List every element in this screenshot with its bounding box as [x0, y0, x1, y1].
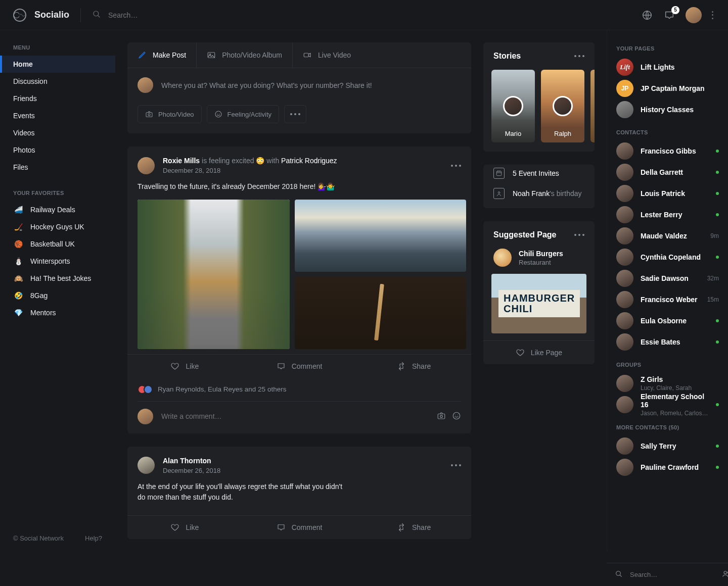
favorite-item[interactable]: 🏀Basketball UK	[0, 235, 115, 253]
composer-tab-album[interactable]: Photo/Video Album	[197, 42, 293, 68]
contact-avatar	[616, 227, 633, 245]
share-label: Share	[412, 523, 431, 531]
event-invites-text: 5 Event Invites	[513, 169, 559, 177]
feed-post: Alan Thornton December 26, 2018 At the e…	[127, 447, 471, 539]
contact-item[interactable]: Pauline Crawford	[616, 457, 719, 478]
post-author-avatar[interactable]	[138, 157, 155, 174]
post-image[interactable]	[138, 200, 290, 349]
contact-item[interactable]: Eula Osborne	[616, 310, 719, 331]
favorites-section-label: YOUR FAVORITES	[0, 176, 115, 201]
reactions-icons	[138, 385, 153, 394]
share-button[interactable]: Share	[356, 355, 471, 378]
sidebar-item-friends[interactable]: Friends	[0, 90, 115, 107]
favorite-item[interactable]: 💎Mentors	[0, 304, 115, 321]
online-dot-icon	[716, 445, 719, 448]
composer-tab-live[interactable]: Live Video	[293, 42, 361, 68]
event-invites-row[interactable]: 5 Event Invites	[493, 168, 584, 179]
birthday-suffix: 's birthday	[550, 189, 581, 198]
sidebar-item-videos[interactable]: Videos	[0, 124, 115, 141]
post-author-name[interactable]: Alan Thornton	[163, 457, 211, 465]
contact-item[interactable]: Lester Berry	[616, 204, 719, 225]
messages-icon[interactable]: 5	[663, 9, 675, 21]
contact-item[interactable]: Essie Bates	[616, 331, 719, 353]
online-dot-icon	[716, 340, 719, 344]
page-item[interactable]: LiftLift Lights	[616, 57, 719, 78]
story-name: Mario	[505, 130, 522, 137]
share-button[interactable]: Share	[356, 516, 471, 539]
suggested-name[interactable]: Chili Burgers	[519, 250, 563, 258]
comment-input[interactable]	[160, 412, 430, 421]
contact-item[interactable]: Louis Patrick	[616, 183, 719, 204]
contact-item[interactable]: Maude Valdez9m	[616, 225, 719, 247]
contact-item[interactable]: Della Garrett	[616, 162, 719, 183]
favorite-item[interactable]: ⛄Wintersports	[0, 253, 115, 270]
stories-card: Stories Mario Ralph	[483, 42, 595, 152]
group-item[interactable]: Elementary School 16Jason, Romelu, Carlo…	[616, 394, 719, 415]
contact-item[interactable]: Sadie Dawson32m	[616, 268, 719, 289]
suggested-more-icon[interactable]	[574, 234, 584, 236]
story-item[interactable]	[590, 70, 595, 142]
post-gallery[interactable]	[138, 200, 461, 349]
sidebar-item-home[interactable]: Home	[0, 56, 115, 73]
brand-logo-icon	[13, 9, 26, 22]
post-more-icon[interactable]	[451, 464, 461, 466]
contact-item[interactable]: Sally Terry	[616, 435, 719, 457]
overflow-menu-icon[interactable]	[712, 11, 714, 19]
like-page-button[interactable]: Like Page	[483, 340, 595, 364]
sidebar-item-events[interactable]: Events	[0, 107, 115, 124]
post-with-name[interactable]: Patrick Rodriguez	[281, 157, 337, 165]
footer-help-link[interactable]: Help?	[85, 534, 102, 542]
post-more-icon[interactable]	[451, 165, 461, 167]
composer-more-button[interactable]	[284, 105, 306, 123]
like-button[interactable]: Like	[127, 355, 242, 378]
favorite-item[interactable]: 🙉Ha! The best Jokes	[0, 270, 115, 287]
svg-rect-8	[438, 414, 445, 419]
favorite-item[interactable]: 🤣8Gag	[0, 287, 115, 304]
story-item[interactable]: Ralph	[541, 70, 584, 142]
contact-item[interactable]: Cynthia Copeland	[616, 247, 719, 268]
birthday-row[interactable]: Noah Frank's birthday	[493, 188, 584, 199]
page-item[interactable]: JPJP Captain Morgan	[616, 78, 719, 99]
contact-avatar	[616, 291, 633, 308]
favorite-label: Hockey Guys UK	[30, 223, 84, 231]
pages-section-label: YOUR PAGES	[616, 36, 719, 57]
composer-prompt[interactable]: Where you at? What are you doing? What's…	[161, 81, 372, 89]
sidebar-item-discussion[interactable]: Discussion	[0, 73, 115, 90]
contact-name: Sadie Dawson	[641, 274, 700, 282]
like-label: Like	[186, 523, 199, 531]
composer-feeling-button[interactable]: Feeling/Activity	[207, 105, 279, 123]
favorite-item[interactable]: 🚄Railway Deals	[0, 201, 115, 218]
composer-photo-button[interactable]: Photo/Video	[138, 105, 202, 123]
suggested-avatar[interactable]	[493, 249, 512, 267]
comment-button[interactable]: Comment	[242, 355, 357, 378]
contact-item[interactable]: Francisco Gibbs	[616, 140, 719, 162]
globe-icon[interactable]	[641, 9, 653, 21]
story-item[interactable]: Mario	[491, 70, 535, 142]
contact-avatar	[616, 185, 633, 202]
contact-avatar	[616, 312, 633, 329]
composer-tab-make-post[interactable]: Make Post	[127, 42, 197, 68]
camera-icon[interactable]	[437, 411, 446, 422]
feed-post: Roxie Mills is feeling excited 😳 with Pa…	[127, 146, 471, 433]
person-icon	[493, 188, 505, 199]
likes-summary[interactable]: Ryan Reynolds, Eula Reyes and 25 others	[158, 385, 286, 393]
sidebar-item-photos[interactable]: Photos	[0, 141, 115, 159]
favorite-item[interactable]: 🏒Hockey Guys UK	[0, 218, 115, 235]
post-author-avatar[interactable]	[138, 457, 155, 474]
post-image[interactable]	[295, 200, 466, 272]
comment-button[interactable]: Comment	[242, 516, 357, 539]
post-author-name[interactable]: Roxie Mills	[163, 157, 200, 165]
online-dot-icon	[716, 150, 719, 153]
contact-name: Maude Valdez	[641, 232, 703, 240]
contact-item[interactable]: Francisco Weber15m	[616, 289, 719, 310]
stories-more-icon[interactable]	[574, 55, 584, 57]
emoji-icon[interactable]	[452, 411, 461, 422]
post-image[interactable]	[295, 277, 466, 349]
group-item[interactable]: Z GirlsLucy, Claire, Sarah	[616, 373, 719, 394]
user-avatar[interactable]	[686, 7, 702, 23]
search-input[interactable]	[107, 11, 309, 20]
suggested-image[interactable]	[491, 274, 586, 333]
sidebar-item-files[interactable]: Files	[0, 159, 115, 176]
page-item[interactable]: History Classes	[616, 99, 719, 120]
like-button[interactable]: Like	[127, 516, 242, 539]
